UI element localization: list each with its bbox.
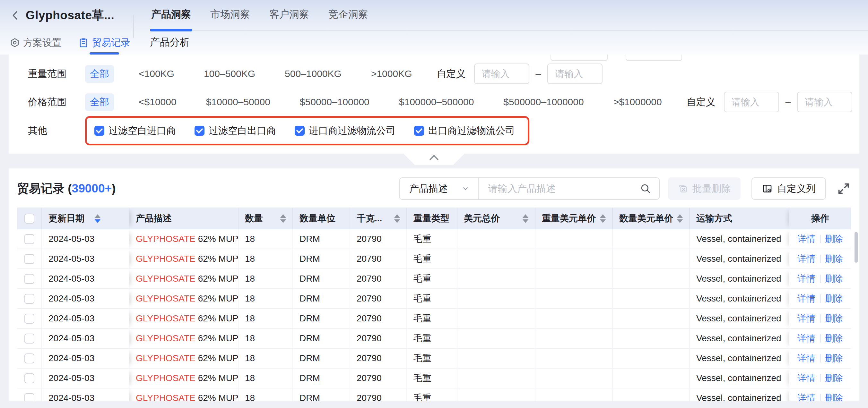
column-header-usd_weight_unit[interactable]: 重量美元单价 [535,207,613,229]
price-option[interactable]: $100000–500000 [394,94,479,110]
row-checkbox[interactable] [24,234,34,244]
subtab-scheme-settings[interactable]: 方案设置 [10,31,62,55]
weight-min-input[interactable] [474,64,529,84]
price-option[interactable]: >$1000000 [609,94,667,110]
tab-competitor-insight[interactable]: 竞企洞察 [327,8,370,30]
checkbox[interactable] [414,126,424,136]
sort-icons[interactable] [673,214,683,223]
price-option[interactable]: 全部 [85,93,114,111]
delete-link[interactable]: 删除 [825,273,843,285]
checkbox[interactable] [94,126,104,136]
detail-link[interactable]: 详情 [797,273,815,285]
delete-link[interactable]: 删除 [825,233,843,245]
cell-checkbox [17,309,42,329]
price-option[interactable]: <$10000 [134,94,181,110]
weight-option[interactable]: <100KG [134,66,179,81]
cutoff-input[interactable] [551,55,608,61]
detail-link[interactable]: 详情 [797,352,815,364]
row-checkbox[interactable] [24,254,34,264]
detail-link[interactable]: 详情 [797,253,815,265]
column-label: 数量 [245,212,263,225]
filter-checkbox-item[interactable]: 出口商过滤物流公司 [414,124,515,137]
row-checkbox[interactable] [24,274,34,284]
weight-option[interactable]: 100–500KG [199,66,260,81]
subtab-trade-records[interactable]: 贸易记录 [78,31,130,55]
filter-checkbox-item[interactable]: 过滤空白进口商 [94,124,176,137]
checkbox-label: 过滤空白出口商 [209,124,276,137]
column-header-usd_qty_unit[interactable]: 数量美元单价 [613,207,690,229]
filter-checkbox-item[interactable]: 过滤空白出口商 [194,124,276,137]
weight-option[interactable]: 全部 [85,65,114,83]
cell-product: GLYPHOSATE 62% MUP – I... [129,249,239,269]
delete-link[interactable]: 删除 [825,352,843,364]
collapse-filter-panel-button[interactable] [403,154,465,165]
detail-link[interactable]: 详情 [797,372,815,384]
sort-icons[interactable] [390,214,400,223]
delete-link[interactable]: 删除 [825,253,843,265]
delete-link[interactable]: 删除 [825,312,843,325]
sort-icons[interactable] [596,214,606,223]
tab-market-insight[interactable]: 市场洞察 [209,8,251,30]
price-option[interactable]: $50000–100000 [295,94,374,110]
vertical-scrollbar[interactable] [855,232,858,263]
cell-actions: 详情删除 [789,369,851,388]
price-option[interactable]: $500000–1000000 [498,94,588,110]
trade-records-card: 贸易记录 (39000+) 产品描述 [9,168,859,401]
sort-icons[interactable] [91,214,100,223]
column-header-kg[interactable]: 千克... [350,207,407,229]
product-highlight: GLYPHOSATE [136,393,195,401]
filter-checkbox-item[interactable]: 进口商过滤物流公司 [295,124,396,137]
checkbox[interactable] [194,126,205,136]
select-all-checkbox[interactable] [24,214,34,224]
cell-usd_qty_unit [613,249,690,269]
row-checkbox[interactable] [24,373,34,383]
price-option[interactable]: $10000–50000 [201,94,275,110]
fullscreen-icon[interactable] [836,181,851,196]
detail-link[interactable]: 详情 [797,233,815,245]
detail-link[interactable]: 详情 [797,332,815,344]
custom-columns-button[interactable]: 自定义列 [751,177,826,200]
weight-option[interactable]: >1000KG [366,66,417,81]
sort-asc-icon [394,214,400,218]
column-header-qty[interactable]: 数量 [239,207,293,229]
tab-product-insight[interactable]: 产品洞察 [150,8,192,30]
cell-kg: 20790 [350,329,407,349]
weight-option[interactable]: 500–1000KG [280,66,346,81]
search-icon[interactable] [640,183,651,194]
column-header-date[interactable]: 更新日期 [42,207,129,229]
sort-desc-icon [95,219,100,223]
cutoff-input[interactable] [626,55,682,61]
row-checkbox[interactable] [24,314,34,324]
row-checkbox[interactable] [24,334,34,343]
sort-icons[interactable] [276,214,286,223]
delete-link[interactable]: 删除 [825,332,843,344]
batch-delete-button[interactable]: 批量删除 [668,177,741,200]
product-highlight: GLYPHOSATE [136,274,195,284]
column-header-usd_total[interactable]: 美元总价 [458,207,535,229]
tab-customer-insight[interactable]: 客户洞察 [268,8,310,30]
detail-link[interactable]: 详情 [797,293,815,305]
detail-link[interactable]: 详情 [797,392,815,401]
delete-link[interactable]: 删除 [825,293,843,305]
tab-product-analysis[interactable]: 产品分析 [150,36,190,49]
cell-date: 2024-05-03 [42,329,129,349]
cell-qty_unit: DRM [293,388,350,401]
weight-max-input[interactable] [547,64,602,84]
detail-link[interactable]: 详情 [797,312,815,325]
search-field-select[interactable]: 产品描述 [400,178,478,199]
divider [820,255,820,263]
delete-link[interactable]: 删除 [825,392,843,401]
sort-desc-icon [523,219,528,223]
row-checkbox[interactable] [24,393,34,402]
sort-icons[interactable] [519,214,528,223]
back-icon[interactable] [10,10,21,21]
price-max-input[interactable] [797,92,852,112]
cell-usd_weight_unit [535,329,613,349]
delete-link[interactable]: 删除 [825,372,843,384]
row-checkbox[interactable] [24,353,34,364]
search-input[interactable] [488,183,640,194]
checkbox[interactable] [295,126,305,136]
price-min-input[interactable] [724,92,779,112]
row-checkbox[interactable] [24,294,34,304]
cell-weight_type: 毛重 [407,269,458,289]
